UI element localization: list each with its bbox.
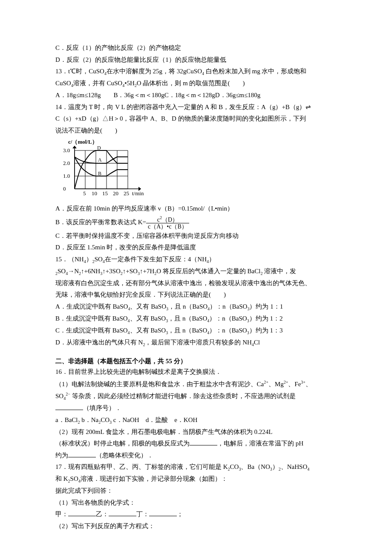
xtick-10: 10 (92, 190, 97, 197)
q14-stem-2: C（s）+xD（g）△H＞0，容器中 A、B、D 的物质的量浓度随时间的变化如图… (55, 113, 341, 124)
q16-stem: 16．目前世界上比较先进的电解制碱技术是离子交换膜法． (55, 367, 341, 378)
sup-3plus: 3+ (301, 380, 306, 384)
t: 白色粉末加入到 mg 水中，形成饱和 (204, 68, 306, 75)
t: ）：n（BaSO (209, 315, 247, 322)
t: ↑+7H (140, 268, 154, 275)
q12-option-d: D．反应（2）的反应物总能量比反应（1）的反应物总能量低 (55, 55, 341, 66)
t: 、Mg (268, 381, 284, 387)
q15-option-b: B．生成沉淀中既有 BaSO4、又有 BaSO3，且 n（BaSO4）：n（Ba… (55, 313, 341, 324)
t: 13．t℃时，CuSO (55, 68, 104, 75)
xtick-5: 5 (83, 190, 86, 197)
t: 、Fe (288, 381, 301, 387)
label-b: B (98, 171, 101, 176)
t: SO (55, 393, 63, 399)
t: 、又有 BaSO (130, 327, 166, 334)
fraction: c2（D）c（A）•c（B） (146, 215, 189, 230)
t: ） (272, 463, 279, 470)
t: ，且 n（BaSO (168, 303, 208, 310)
t: →N (68, 268, 79, 275)
t: SO (70, 475, 78, 482)
q17-p1: 据此完成下列回答： (55, 486, 341, 497)
t: 约为 (55, 452, 68, 459)
label-a: A (98, 157, 102, 163)
q15-stem-4: 无味，溶液中氯化钡恰好完全反应．下列说法正确的是( ) (55, 289, 341, 301)
t: ，且 n（BaSO (168, 315, 207, 322)
sub-4: 4 (63, 396, 66, 401)
sup-2plus: 2+ (264, 380, 268, 384)
t: ↑+3SO (102, 268, 121, 275)
y-axis-label: c/（mol/L） (68, 139, 98, 145)
blank-fill[interactable] (68, 509, 96, 516)
t: ，最后留下溶液中溶质只有较多的 NH (145, 339, 251, 346)
blank-fill[interactable] (68, 451, 96, 457)
blank-fill[interactable] (55, 403, 83, 410)
t: 和 K (55, 475, 68, 482)
blank-fill[interactable] (109, 509, 136, 516)
t: （标准状况）时停止电解，阳极的电极反应式为 (55, 440, 190, 447)
q14-chart: c/（mol/L） 0 1.0 2.0 3.0 5 10 15 20 25 t/… (55, 138, 341, 202)
t: 乙： (96, 511, 109, 517)
t: 、又有 BaSO (130, 315, 166, 322)
blank-fill[interactable] (190, 439, 217, 445)
sup-2minus: 2− (66, 392, 70, 396)
q14-option-b: B．该反应的平衡常数表达式 K=c2（D）c（A）•c（B） (55, 215, 341, 230)
tick-3: 3.0 (63, 147, 70, 153)
t: ，电解后，溶液在常温下的 pH (217, 440, 303, 447)
t: 甲： (55, 511, 68, 517)
t: B．生成沉淀中既有 BaSO (55, 315, 128, 322)
t: SO (95, 256, 103, 263)
xtick-20: 20 (113, 190, 118, 197)
num-d: （D） (162, 216, 178, 223)
q17-p2: （1）写出各物质的化学式： (55, 497, 341, 509)
q15-stem-1: 15．（NH4）2SO4在一定条件下发生如下反应：4（NH4） (55, 254, 341, 265)
t: 、Ba（NO (241, 463, 270, 470)
t: ）约为 1：3 (249, 327, 283, 334)
t: 在水中溶解度为 25g，将 32gCuSO (107, 68, 202, 75)
t: C．生成沉淀中既有 BaSO (55, 327, 128, 334)
t: ↑+SO (123, 268, 138, 275)
q16-p1b: SO42− 等杂质，因此必须经过精制才能进行电解．除去这些杂质时，不应选用的试剂… (55, 390, 341, 402)
t: 17．现有四瓶贴有甲、乙、丙、丁标签的溶液，它们可能是 K (55, 463, 228, 470)
t: ） (86, 256, 92, 263)
t: A．生成沉淀中既有 BaSO (55, 303, 128, 310)
q17-p4: （2）写出下列反应的离子方程式： (55, 521, 341, 532)
label-d: D (97, 145, 101, 151)
t: ，且 n（BaSO (168, 327, 207, 334)
t: CuSO (55, 80, 71, 87)
q14-stem-1: 14．温度为 T 时，向 V L 的密闭容器中充入一定量的 A 和 B，发生反应… (55, 102, 341, 113)
t: ）约为 1：2 (249, 315, 283, 322)
t: （填序号）． (83, 405, 121, 411)
t: c．NaOH d．盐酸 e．KOH (112, 416, 197, 423)
t: ）约为 1：1 (249, 303, 283, 310)
t: CO (230, 463, 239, 470)
q17-stem-1: 17．现有四瓶贴有甲、乙、丙、丁标签的溶液，它们可能是 K2CO3、Ba（NO3… (55, 462, 341, 473)
tick-2: 2.0 (63, 160, 70, 166)
t: O 将反应后的气体通入一定量的 BaCl (156, 268, 260, 275)
q14-option-d: D．反应至 1.5min 时，改变的反应条件是降低温度 (55, 242, 341, 253)
t: Cl (254, 339, 260, 346)
t: SO (58, 268, 66, 275)
t: ↑+6NH (81, 268, 100, 275)
t: CO (101, 416, 110, 423)
blank-fill[interactable] (149, 509, 177, 516)
section-2-title: 二、非选择题（本题包括五个小题，共 55 分） (55, 356, 341, 367)
t: 丁： (136, 511, 149, 517)
sup-2plus: 2+ (284, 380, 288, 384)
den: c（A）•c（B） (146, 223, 189, 230)
t: （忽略体积变化）． (96, 452, 153, 459)
sub-4: 4 (307, 467, 309, 471)
tick-1: 1.0 (63, 173, 70, 179)
q16-opts: a．BaCl2 b．Na2CO3 c．NaOH d．盐酸 e．KOH (55, 415, 341, 426)
q15-stem-2: 2SO4→N2↑+6NH3↑+3SO2↑+SO3↑+7H2O 将反应后的气体通入… (55, 266, 341, 277)
tick-0: 0 (63, 185, 66, 192)
t: 溶液中，发 (262, 268, 296, 275)
t: ） (209, 256, 215, 263)
q13-stem-2: CuSO4溶液，并有 CuSO4•5H2O 晶体析出，则 m 的取值范围是( ) (55, 78, 341, 89)
q12-option-c: C．反应（1）的产物比反应（2）的产物稳定 (55, 43, 341, 54)
q16-p2b: （标准状况）时停止电解，阳极的电极反应式为，电解后，溶液在常温下的 pH (55, 438, 341, 449)
concentration-graph: c/（mol/L） 0 1.0 2.0 3.0 5 10 15 20 25 t/… (55, 138, 149, 202)
t: ）：n（BaSO (209, 327, 247, 334)
q14-stem-3: 说法不正确的是( ) (55, 125, 341, 136)
q16-blank-1: （填序号）． (55, 403, 341, 414)
q17-stem-2: 和 K2SO4溶液．现进行如下实验，并记录部分现象（如图）： (55, 474, 341, 485)
